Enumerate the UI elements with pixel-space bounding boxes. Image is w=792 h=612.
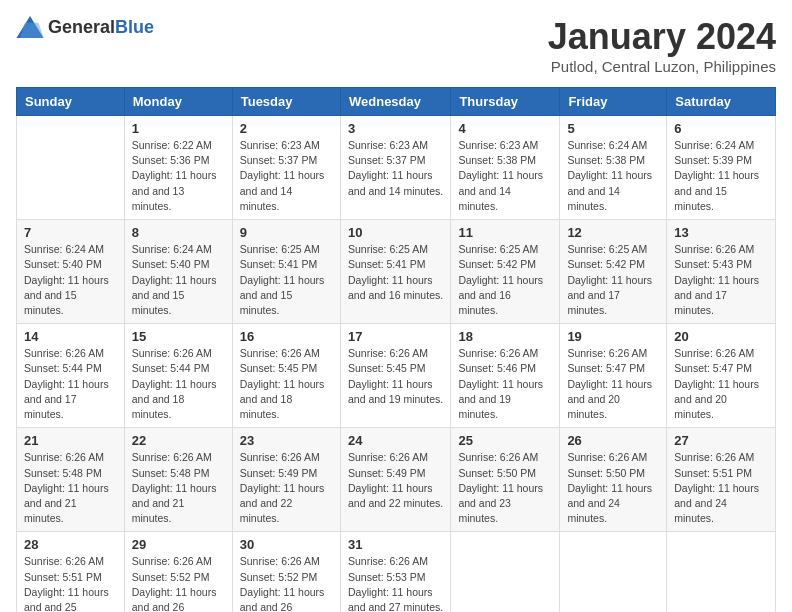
daylight-line1: Daylight: 11 hours [567, 273, 659, 288]
day-info: Sunrise: 6:26 AMSunset: 5:53 PMDaylight:… [348, 554, 443, 612]
daylight-line2: and and 26 minutes. [132, 600, 225, 612]
daylight-line1: Daylight: 11 hours [348, 377, 443, 392]
day-info: Sunrise: 6:25 AMSunset: 5:41 PMDaylight:… [240, 242, 333, 318]
table-row: 30Sunrise: 6:26 AMSunset: 5:52 PMDayligh… [232, 532, 340, 612]
sunrise-text: Sunrise: 6:26 AM [567, 450, 659, 465]
day-info: Sunrise: 6:26 AMSunset: 5:44 PMDaylight:… [132, 346, 225, 422]
daylight-line1: Daylight: 11 hours [24, 273, 117, 288]
daylight-line1: Daylight: 11 hours [348, 481, 443, 496]
sunset-text: Sunset: 5:52 PM [240, 570, 333, 585]
sunrise-text: Sunrise: 6:25 AM [567, 242, 659, 257]
daylight-line2: and and 27 minutes. [348, 600, 443, 612]
day-number: 11 [458, 225, 552, 240]
header-friday: Friday [560, 88, 667, 116]
day-number: 30 [240, 537, 333, 552]
calendar-week-row: 1Sunrise: 6:22 AMSunset: 5:36 PMDaylight… [17, 116, 776, 220]
daylight-line2: and and 18 minutes. [132, 392, 225, 422]
sunset-text: Sunset: 5:37 PM [348, 153, 443, 168]
daylight-line2: and and 15 minutes. [132, 288, 225, 318]
daylight-line1: Daylight: 11 hours [348, 273, 443, 288]
table-row: 29Sunrise: 6:26 AMSunset: 5:52 PMDayligh… [124, 532, 232, 612]
day-info: Sunrise: 6:26 AMSunset: 5:49 PMDaylight:… [240, 450, 333, 526]
daylight-line2: and and 19 minutes. [458, 392, 552, 422]
day-number: 9 [240, 225, 333, 240]
day-number: 17 [348, 329, 443, 344]
sunrise-text: Sunrise: 6:24 AM [24, 242, 117, 257]
day-info: Sunrise: 6:26 AMSunset: 5:52 PMDaylight:… [240, 554, 333, 612]
daylight-line1: Daylight: 11 hours [458, 481, 552, 496]
daylight-line1: Daylight: 11 hours [458, 377, 552, 392]
day-info: Sunrise: 6:25 AMSunset: 5:41 PMDaylight:… [348, 242, 443, 303]
sunrise-text: Sunrise: 6:26 AM [132, 346, 225, 361]
day-info: Sunrise: 6:25 AMSunset: 5:42 PMDaylight:… [567, 242, 659, 318]
day-number: 3 [348, 121, 443, 136]
logo-icon [16, 16, 44, 38]
day-number: 16 [240, 329, 333, 344]
sunset-text: Sunset: 5:48 PM [24, 466, 117, 481]
day-number: 13 [674, 225, 768, 240]
day-number: 24 [348, 433, 443, 448]
sunrise-text: Sunrise: 6:26 AM [240, 346, 333, 361]
day-number: 29 [132, 537, 225, 552]
daylight-line1: Daylight: 11 hours [674, 377, 768, 392]
sunrise-text: Sunrise: 6:26 AM [674, 242, 768, 257]
day-info: Sunrise: 6:26 AMSunset: 5:51 PMDaylight:… [674, 450, 768, 526]
sunrise-text: Sunrise: 6:25 AM [348, 242, 443, 257]
sunrise-text: Sunrise: 6:26 AM [240, 450, 333, 465]
sunset-text: Sunset: 5:47 PM [674, 361, 768, 376]
daylight-line2: and and 24 minutes. [674, 496, 768, 526]
calendar-table: Sunday Monday Tuesday Wednesday Thursday… [16, 87, 776, 612]
sunrise-text: Sunrise: 6:23 AM [240, 138, 333, 153]
sunset-text: Sunset: 5:40 PM [24, 257, 117, 272]
table-row: 27Sunrise: 6:26 AMSunset: 5:51 PMDayligh… [667, 428, 776, 532]
daylight-line2: and and 13 minutes. [132, 184, 225, 214]
day-info: Sunrise: 6:23 AMSunset: 5:37 PMDaylight:… [348, 138, 443, 199]
sunrise-text: Sunrise: 6:26 AM [348, 554, 443, 569]
header-monday: Monday [124, 88, 232, 116]
table-row: 4Sunrise: 6:23 AMSunset: 5:38 PMDaylight… [451, 116, 560, 220]
table-row: 14Sunrise: 6:26 AMSunset: 5:44 PMDayligh… [17, 324, 125, 428]
daylight-line1: Daylight: 11 hours [24, 585, 117, 600]
table-row: 16Sunrise: 6:26 AMSunset: 5:45 PMDayligh… [232, 324, 340, 428]
calendar-week-row: 21Sunrise: 6:26 AMSunset: 5:48 PMDayligh… [17, 428, 776, 532]
table-row: 8Sunrise: 6:24 AMSunset: 5:40 PMDaylight… [124, 220, 232, 324]
sunrise-text: Sunrise: 6:26 AM [674, 346, 768, 361]
sunset-text: Sunset: 5:46 PM [458, 361, 552, 376]
day-number: 15 [132, 329, 225, 344]
day-number: 2 [240, 121, 333, 136]
table-row [17, 116, 125, 220]
day-number: 5 [567, 121, 659, 136]
daylight-line2: and and 16 minutes. [458, 288, 552, 318]
daylight-line2: and and 14 minutes. [567, 184, 659, 214]
daylight-line2: and and 23 minutes. [458, 496, 552, 526]
daylight-line2: and and 16 minutes. [348, 288, 443, 303]
table-row: 17Sunrise: 6:26 AMSunset: 5:45 PMDayligh… [340, 324, 450, 428]
sunset-text: Sunset: 5:42 PM [567, 257, 659, 272]
sunrise-text: Sunrise: 6:26 AM [567, 346, 659, 361]
sunset-text: Sunset: 5:53 PM [348, 570, 443, 585]
daylight-line1: Daylight: 11 hours [24, 481, 117, 496]
day-info: Sunrise: 6:26 AMSunset: 5:46 PMDaylight:… [458, 346, 552, 422]
day-number: 31 [348, 537, 443, 552]
sunset-text: Sunset: 5:36 PM [132, 153, 225, 168]
sunrise-text: Sunrise: 6:23 AM [458, 138, 552, 153]
sunset-text: Sunset: 5:42 PM [458, 257, 552, 272]
sunset-text: Sunset: 5:37 PM [240, 153, 333, 168]
table-row: 26Sunrise: 6:26 AMSunset: 5:50 PMDayligh… [560, 428, 667, 532]
header-tuesday: Tuesday [232, 88, 340, 116]
sunrise-text: Sunrise: 6:25 AM [458, 242, 552, 257]
day-info: Sunrise: 6:24 AMSunset: 5:38 PMDaylight:… [567, 138, 659, 214]
table-row: 2Sunrise: 6:23 AMSunset: 5:37 PMDaylight… [232, 116, 340, 220]
daylight-line2: and and 25 minutes. [24, 600, 117, 612]
sunset-text: Sunset: 5:52 PM [132, 570, 225, 585]
sunrise-text: Sunrise: 6:26 AM [458, 450, 552, 465]
daylight-line2: and and 20 minutes. [567, 392, 659, 422]
table-row: 25Sunrise: 6:26 AMSunset: 5:50 PMDayligh… [451, 428, 560, 532]
sunset-text: Sunset: 5:49 PM [348, 466, 443, 481]
daylight-line2: and and 18 minutes. [240, 392, 333, 422]
table-row: 24Sunrise: 6:26 AMSunset: 5:49 PMDayligh… [340, 428, 450, 532]
day-info: Sunrise: 6:25 AMSunset: 5:42 PMDaylight:… [458, 242, 552, 318]
sunrise-text: Sunrise: 6:26 AM [24, 450, 117, 465]
daylight-line1: Daylight: 11 hours [674, 168, 768, 183]
title-area: January 2024 Putlod, Central Luzon, Phil… [548, 16, 776, 75]
